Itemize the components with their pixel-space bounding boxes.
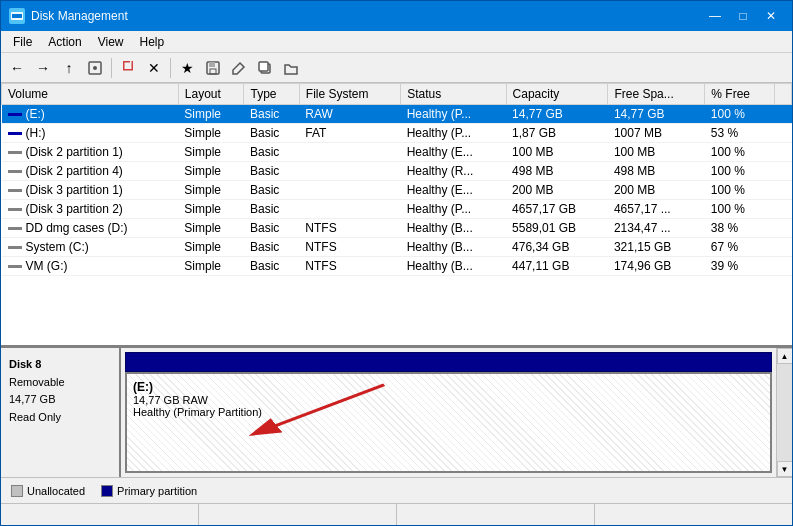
toolbar-forward[interactable]: → [31,56,55,80]
disk-name: Disk 8 [9,356,111,374]
disk-table-panel[interactable]: Volume Layout Type File System Status Ca… [1,83,792,348]
toolbar-separator-2 [170,58,171,78]
cell-type: Basic [244,105,299,124]
partition-info: 14,77 GB RAW [133,394,764,406]
cell-pct: 38 % [705,219,774,238]
cell-capacity: 498 MB [506,162,608,181]
toolbar-edit[interactable] [227,56,251,80]
table-row[interactable]: (Disk 3 partition 1) Simple Basic Health… [2,181,792,200]
table-row[interactable]: VM (G:) Simple Basic NTFS Healthy (B... … [2,257,792,276]
toolbar-up[interactable]: ↑ [57,56,81,80]
toolbar-star[interactable]: ★ [175,56,199,80]
scroll-up[interactable]: ▲ [777,348,793,364]
cell-status: Healthy (E... [401,181,506,200]
scroll-track[interactable] [777,364,793,461]
cell-extra [774,162,791,181]
toolbar-delete[interactable]: ✕ [142,56,166,80]
toolbar-new[interactable] [116,56,140,80]
legend-primary-box [101,485,113,497]
cell-layout: Simple [178,219,244,238]
cell-free: 100 MB [608,143,705,162]
col-type: Type [244,84,299,105]
disk-label: Disk 8 Removable 14,77 GB Read Only [1,348,121,477]
col-status: Status [401,84,506,105]
svg-point-4 [93,66,97,70]
table-row[interactable]: (H:) Simple Basic FAT Healthy (P... 1,87… [2,124,792,143]
status-cell-1 [1,504,199,525]
toolbar-save[interactable] [201,56,225,80]
cell-pct: 100 % [705,200,774,219]
toolbar-properties[interactable] [83,56,107,80]
legend-primary: Primary partition [101,485,197,497]
menu-action[interactable]: Action [40,33,89,51]
col-fs: File System [299,84,400,105]
col-layout: Layout [178,84,244,105]
table-row[interactable]: (E:) Simple Basic RAW Healthy (P... 14,7… [2,105,792,124]
cell-status: Healthy (P... [401,124,506,143]
cell-type: Basic [244,143,299,162]
cell-status: Healthy (E... [401,143,506,162]
col-volume: Volume [2,84,179,105]
cell-volume: System (C:) [2,238,179,257]
table-row[interactable]: (Disk 2 partition 4) Simple Basic Health… [2,162,792,181]
maximize-button[interactable]: □ [730,6,756,26]
menu-view[interactable]: View [90,33,132,51]
minimize-button[interactable]: — [702,6,728,26]
window-controls: — □ ✕ [702,6,784,26]
cell-volume: (Disk 3 partition 1) [2,181,179,200]
svg-point-2 [16,18,18,20]
table-row[interactable]: DD dmg cases (D:) Simple Basic NTFS Heal… [2,219,792,238]
cell-free: 498 MB [608,162,705,181]
toolbar-open[interactable] [279,56,303,80]
status-cell-4 [595,504,792,525]
cell-layout: Simple [178,200,244,219]
partition-status: Healthy (Primary Partition) [133,406,764,418]
cell-type: Basic [244,124,299,143]
cell-free: 4657,17 ... [608,200,705,219]
app-icon [9,8,25,24]
partition-label: (E:) [133,380,764,394]
cell-status: Healthy (P... [401,200,506,219]
partition-hatched: (E:) 14,77 GB RAW Healthy (Primary Parti… [127,374,770,471]
cell-capacity: 476,34 GB [506,238,608,257]
table-header-row: Volume Layout Type File System Status Ca… [2,84,792,105]
cell-pct: 100 % [705,162,774,181]
legend-bar: Unallocated Primary partition [1,477,792,503]
cell-extra [774,124,791,143]
cell-pct: 67 % [705,238,774,257]
cell-extra [774,238,791,257]
cell-layout: Simple [178,181,244,200]
cell-fs: FAT [299,124,400,143]
content-area: Volume Layout Type File System Status Ca… [1,83,792,503]
cell-fs: NTFS [299,219,400,238]
cell-pct: 39 % [705,257,774,276]
legend-primary-label: Primary partition [117,485,197,497]
toolbar-separator-1 [111,58,112,78]
window-title: Disk Management [31,9,128,23]
menu-file[interactable]: File [5,33,40,51]
table-row[interactable]: (Disk 2 partition 1) Simple Basic Health… [2,143,792,162]
toolbar-back[interactable]: ← [5,56,29,80]
disk-type: Removable [9,374,111,392]
scroll-down[interactable]: ▼ [777,461,793,477]
cell-extra [774,219,791,238]
cell-free: 200 MB [608,181,705,200]
toolbar-copy[interactable] [253,56,277,80]
table-row[interactable]: System (C:) Simple Basic NTFS Healthy (B… [2,238,792,257]
scrollbar[interactable]: ▲ ▼ [776,348,792,477]
title-bar: Disk Management — □ ✕ [1,1,792,31]
partition-body[interactable]: (E:) 14,77 GB RAW Healthy (Primary Parti… [125,372,772,473]
col-free: Free Spa... [608,84,705,105]
cell-layout: Simple [178,238,244,257]
cell-fs [299,181,400,200]
cell-fs [299,162,400,181]
disk-attr: Read Only [9,409,111,427]
cell-layout: Simple [178,257,244,276]
cell-volume: (Disk 2 partition 1) [2,143,179,162]
cell-capacity: 14,77 GB [506,105,608,124]
menu-help[interactable]: Help [132,33,173,51]
table-row[interactable]: (Disk 3 partition 2) Simple Basic Health… [2,200,792,219]
cell-layout: Simple [178,143,244,162]
close-button[interactable]: ✕ [758,6,784,26]
disk-partitions: (E:) 14,77 GB RAW Healthy (Primary Parti… [121,348,776,477]
